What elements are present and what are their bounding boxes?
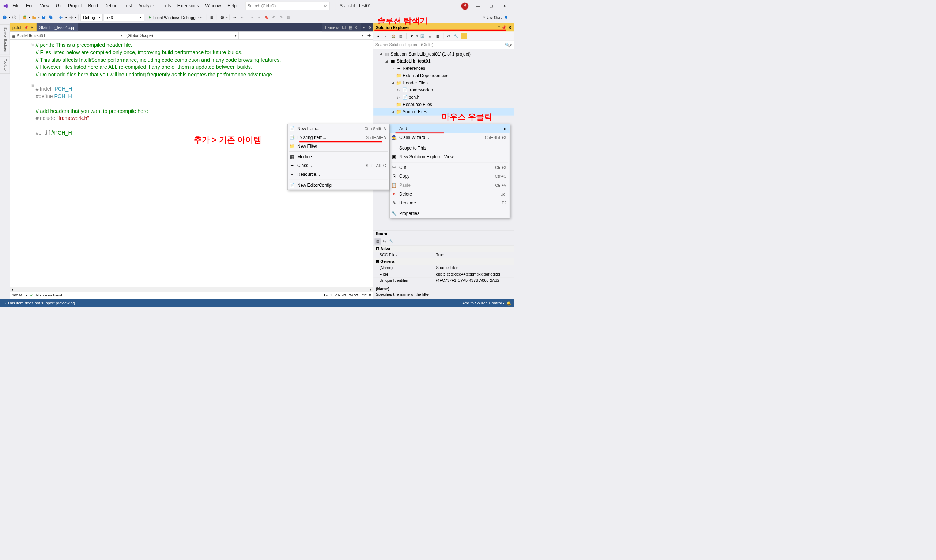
nav-forward-button[interactable]	[11, 15, 17, 20]
menu-git[interactable]: Git	[53, 2, 64, 10]
nav-back-button[interactable]	[2, 15, 7, 20]
collapse-icon[interactable]: ⊟	[427, 33, 433, 39]
ctx-class-wizard[interactable]: 🧙Class Wizard...Ctrl+Shift+X	[390, 133, 510, 142]
zoom-level[interactable]: 100 %	[12, 294, 22, 298]
ctx-new-item[interactable]: 📄New Item...Ctrl+Shift+A	[288, 124, 389, 133]
menu-window[interactable]: Window	[203, 2, 224, 10]
prop-category-general[interactable]: ⊟General	[373, 258, 514, 265]
tree-references[interactable]: ▷ ▪▪ References	[373, 65, 514, 72]
prop-value[interactable]: {4FC737F1-C7A5-4376-A066-2A32	[434, 277, 514, 284]
pin-icon[interactable]: 📌	[24, 25, 28, 29]
indent-button[interactable]: ⇥	[231, 15, 237, 20]
show-all-icon[interactable]: ▦	[435, 33, 440, 39]
ctx-module[interactable]: ▦Module...	[288, 152, 389, 161]
scroll-left-icon[interactable]: ◂	[9, 287, 14, 292]
tree-solution[interactable]: ◢ ▥ Solution 'StaticLib_test01' (1 of 1 …	[373, 51, 514, 58]
forward-icon[interactable]: ▸	[382, 33, 388, 39]
alphabetical-icon[interactable]: A↓	[381, 238, 387, 244]
expand-icon[interactable]: ◢	[385, 60, 389, 63]
prop-value[interactable]: True	[434, 252, 514, 258]
outdent-button[interactable]: ⇤	[239, 15, 245, 20]
collapse-icon[interactable]: ⊟	[376, 259, 379, 264]
menu-view[interactable]: View	[37, 2, 52, 10]
menu-file[interactable]: File	[9, 2, 22, 10]
menu-edit[interactable]: Edit	[23, 2, 36, 10]
toolbox-tab[interactable]: Toolbox	[0, 56, 9, 74]
toolbar-icon[interactable]: ▦	[285, 15, 291, 20]
fold-icon[interactable]: ⊟	[31, 42, 34, 46]
close-button[interactable]: ✕	[501, 3, 508, 10]
dropdown-icon[interactable]: ▾	[38, 16, 40, 19]
source-control-button[interactable]: Add to Source Control	[462, 301, 502, 306]
home-icon[interactable]: 🏠	[390, 33, 396, 39]
ctx-class[interactable]: ✦Class...Shift+Alt+C	[288, 161, 389, 170]
nav-project-combo[interactable]: ▦ StaticLib_test01▾	[9, 31, 124, 40]
prop-category-advanced[interactable]: ⊟Adva	[373, 245, 514, 252]
tree-header-files[interactable]: ◢ 📁 Header Files	[373, 79, 514, 87]
global-search[interactable]	[245, 2, 330, 10]
ctx-delete[interactable]: ✕DeleteDel	[390, 190, 510, 198]
live-share-button[interactable]: Live Share	[487, 16, 502, 19]
bookmark-button[interactable]: 🔖	[263, 15, 269, 20]
dropdown-icon[interactable]: ▾	[29, 16, 30, 19]
preview-icon[interactable]: ▤	[349, 25, 353, 29]
tab-options-icon[interactable]: ⚙	[368, 25, 372, 29]
comment-button[interactable]: ≡	[249, 15, 255, 20]
open-file-button[interactable]	[31, 15, 37, 20]
start-debugging-button[interactable]: Local Windows Debugger▾	[145, 14, 205, 21]
search-input[interactable]	[248, 4, 324, 8]
expand-icon[interactable]: ◢	[392, 81, 395, 85]
indent-mode[interactable]: TABS	[349, 294, 358, 298]
categorized-icon[interactable]: ▤	[374, 238, 380, 244]
menu-analyze[interactable]: Analyze	[135, 2, 157, 10]
nav-scope-combo[interactable]: (Global Scope)▾	[124, 31, 239, 40]
dropdown-icon[interactable]: ▾	[498, 25, 500, 29]
tree-project[interactable]: ◢ ▣ StaticLib_test01	[373, 58, 514, 65]
tab-staticlib-cpp[interactable]: StaticLib_test01.cpp	[37, 23, 78, 31]
preview-icon[interactable]: ▭	[461, 33, 467, 39]
prop-value[interactable]: cpp;c;cc;cxx;c++;cppm;ixx;def;odl;id	[434, 271, 514, 277]
menu-build[interactable]: Build	[85, 2, 100, 10]
pin-icon[interactable]: 📌	[501, 25, 506, 29]
prop-value[interactable]: Source Files	[434, 265, 514, 271]
split-button[interactable]: ✚	[365, 31, 373, 40]
prop-row[interactable]: Unique Identifier {4FC737F1-C7A5-4376-A0…	[373, 277, 514, 284]
server-explorer-tab[interactable]: Server Explorer	[0, 25, 9, 55]
ctx-existing-item[interactable]: 📑Existing Item...Shift+Alt+A	[288, 133, 389, 142]
dropdown-icon[interactable]: ▾	[26, 294, 27, 297]
dropdown-icon[interactable]: ▾	[416, 35, 417, 38]
line-ending[interactable]: CRLF	[362, 294, 371, 298]
tree-pch-h[interactable]: ▷ 📄 pch.h	[373, 94, 514, 101]
save-all-button[interactable]	[48, 15, 54, 20]
properties-icon[interactable]: 🔧	[453, 33, 459, 39]
dropdown-icon[interactable]: ▴	[503, 302, 504, 305]
close-tab-icon[interactable]: ✕	[30, 25, 34, 29]
expand-icon[interactable]: ◢	[380, 52, 383, 55]
collapse-icon[interactable]: ⊟	[376, 246, 379, 251]
menu-debug[interactable]: Debug	[102, 2, 120, 10]
tab-dropdown-icon[interactable]: ▾	[362, 25, 366, 29]
ctx-properties[interactable]: 🔧Properties	[390, 209, 510, 218]
ctx-scope[interactable]: Scope to This	[390, 144, 510, 152]
tab-pch-h[interactable]: pch.h 📌 ✕	[9, 23, 37, 31]
ctx-editorconfig[interactable]: 📄New EditorConfig	[288, 181, 389, 190]
tree-framework-h[interactable]: ▷ 📄 framework.h	[373, 87, 514, 94]
ctx-resource[interactable]: ✦Resource...	[288, 170, 389, 179]
close-tab-icon[interactable]: ✕	[354, 25, 357, 29]
minimize-button[interactable]: —	[474, 3, 482, 10]
switch-view-icon[interactable]: ▤	[398, 33, 404, 39]
ctx-rename[interactable]: ✎RenameF2	[390, 198, 510, 207]
toolbar-icon[interactable]: ▦	[209, 15, 215, 20]
toolbar-icon[interactable]: ↷	[278, 15, 284, 20]
properties-icon[interactable]: 🔧	[388, 238, 394, 244]
toolbar-icon[interactable]: ↶	[271, 15, 277, 20]
sync-icon[interactable]: 🔄	[419, 33, 425, 39]
nav-member-combo[interactable]: ▾	[239, 31, 365, 40]
maximize-button[interactable]: ▢	[488, 3, 495, 10]
tree-external-deps[interactable]: 📁 External Dependencies	[373, 72, 514, 79]
dropdown-icon[interactable]: ▾	[75, 16, 76, 19]
expand-icon[interactable]: ▷	[397, 88, 401, 92]
ctx-cut[interactable]: ✂CutCtrl+X	[390, 163, 510, 172]
menu-project[interactable]: Project	[65, 2, 85, 10]
expand-icon[interactable]: ▷	[392, 67, 395, 70]
